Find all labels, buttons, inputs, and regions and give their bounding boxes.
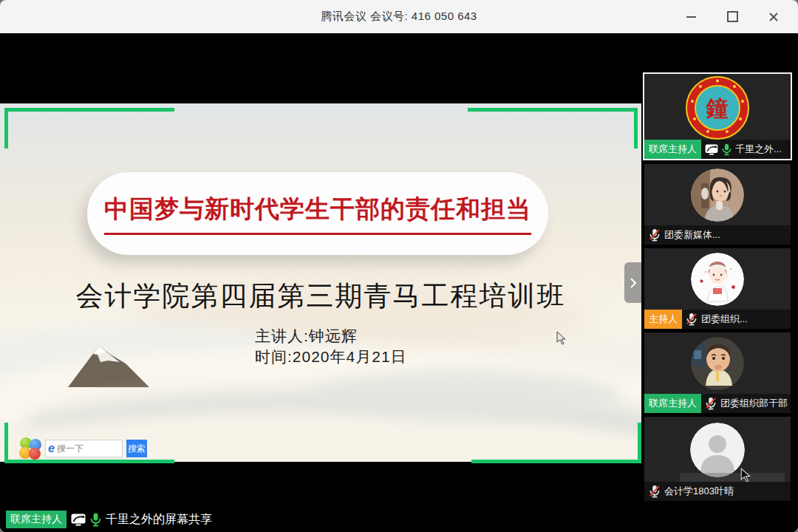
mic-muted-icon bbox=[649, 228, 661, 242]
meeting-stage: 中国梦与新时代学生干部的责任和担当 会计学院第四届第三期青马工程培训班 主讲人:… bbox=[0, 33, 798, 532]
meeting-window: 腾讯会议 会议号: 416 050 643 中国梦与新时代学生干部的责任和担当 bbox=[0, 0, 798, 532]
participant-name: 团委组织部干部 bbox=[720, 397, 788, 410]
shared-screen-content: 中国梦与新时代学生干部的责任和担当 会计学院第四届第三期青马工程培训班 主讲人:… bbox=[0, 103, 641, 462]
role-badge: 联席主持人 bbox=[6, 511, 66, 528]
screen-share-icon bbox=[71, 514, 86, 526]
mic-muted-icon bbox=[649, 485, 661, 498]
share-region-corner-top-right bbox=[468, 108, 638, 149]
participant-name-bar: 团委新媒体... bbox=[644, 225, 791, 245]
screen-share-icon bbox=[705, 144, 718, 155]
zhong-emblem-avatar: 鐘 bbox=[686, 76, 749, 140]
mic-on-icon bbox=[722, 143, 732, 156]
slide-title-pill: 中国梦与新时代学生干部的责任和担当 bbox=[87, 172, 548, 255]
participant-name: 团委新媒体... bbox=[664, 228, 720, 242]
participant-name: 团委组织... bbox=[701, 313, 748, 326]
share-region-corner-bottom-left bbox=[4, 423, 174, 463]
cloud-shadow bbox=[310, 369, 621, 421]
participant-name-bar: 会计学1803叶晴 bbox=[644, 482, 791, 501]
mouse-cursor-icon bbox=[740, 468, 751, 483]
sidebar-collapse-handle[interactable] bbox=[624, 262, 641, 303]
role-badge: 联席主持人 bbox=[644, 140, 701, 159]
minimize-button[interactable] bbox=[680, 6, 702, 28]
close-button[interactable] bbox=[763, 6, 785, 28]
mic-muted-icon bbox=[686, 313, 698, 326]
host-badge: 主持人 bbox=[644, 310, 682, 329]
anime-girl-peace-avatar bbox=[691, 253, 744, 306]
participant-name-bar: 联席主持人 团委组织部干部 bbox=[644, 394, 791, 413]
slide-speaker-line: 主讲人:钟远辉 bbox=[255, 326, 358, 347]
mountain-peak bbox=[68, 341, 149, 387]
participant-tile[interactable]: 会计学1803叶晴 bbox=[644, 417, 791, 501]
participant-name-bar: 联席主持人 bbox=[644, 140, 791, 159]
maximize-button[interactable] bbox=[721, 6, 743, 28]
share-status-bar: 联席主持人 千里之外的屏幕共享 bbox=[6, 511, 212, 528]
participant-tile[interactable]: 联席主持人 团委组织部干部 bbox=[644, 332, 791, 413]
participant-tile[interactable]: 团委新媒体... bbox=[644, 164, 791, 245]
slide-subtitle: 会计学院第四届第三期青马工程培训班 bbox=[0, 278, 641, 315]
participant-tile[interactable]: 鐘 联席主持人 bbox=[644, 74, 791, 159]
baby-photo-avatar bbox=[691, 337, 744, 390]
participants-sidebar: 鐘 联席主持人 bbox=[644, 74, 792, 532]
participant-tile[interactable]: 主持人 团委组织... bbox=[644, 248, 791, 329]
svg-text:鐘: 鐘 bbox=[706, 96, 729, 120]
default-silhouette-avatar bbox=[690, 423, 745, 477]
slide-date-line: 时间:2020年4月21日 bbox=[255, 347, 407, 367]
anime-girl-coffee-avatar bbox=[691, 168, 744, 222]
share-region-corner-bottom-right bbox=[471, 423, 641, 463]
chevron-right-icon bbox=[630, 277, 637, 289]
role-badge: 联席主持人 bbox=[644, 394, 701, 413]
participant-name-bar: 主持人 团委组织... bbox=[644, 310, 791, 329]
window-title: 腾讯会议 会议号: 416 050 643 bbox=[321, 10, 477, 24]
slide-title: 中国梦与新时代学生干部的责任和担当 bbox=[104, 193, 531, 235]
mic-on-icon bbox=[90, 513, 101, 527]
title-bar: 腾讯会议 会议号: 416 050 643 bbox=[0, 0, 798, 33]
mic-muted-icon bbox=[705, 397, 717, 410]
share-region-corner-top-left bbox=[4, 108, 174, 149]
remote-cursor-icon bbox=[556, 331, 567, 346]
sharer-label: 千里之外的屏幕共享 bbox=[106, 512, 212, 528]
participant-name: 千里之外... bbox=[735, 143, 782, 156]
participant-name: 会计学1803叶晴 bbox=[664, 485, 734, 498]
window-controls bbox=[680, 0, 791, 33]
